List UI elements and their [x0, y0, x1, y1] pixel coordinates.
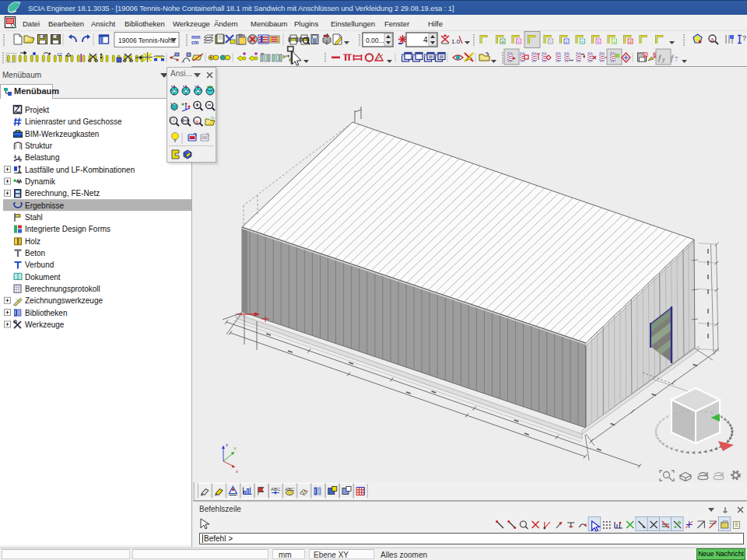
svg-text:12: 12 [57, 52, 62, 57]
svg-text:z: z [226, 443, 228, 447]
svg-text:c: c [566, 39, 568, 44]
svg-text:7: 7 [675, 56, 678, 63]
svg-text:0.00...: 0.00... [366, 37, 384, 44]
svg-text:y: y [661, 56, 665, 63]
svg-text:Stahl: Stahl [25, 213, 43, 222]
svg-text:e: e [581, 39, 584, 44]
svg-text:Zeichnungswerkzeuge: Zeichnungswerkzeuge [25, 296, 103, 305]
svg-text:Berechnung, FE-Netz: Berechnung, FE-Netz [25, 189, 100, 198]
svg-text:Belastung: Belastung [25, 153, 59, 162]
svg-text:Holz: Holz [25, 237, 40, 246]
svg-text:b: b [517, 39, 520, 44]
svg-text:d: d [630, 39, 632, 44]
svg-text:Dynamik: Dynamik [25, 177, 56, 186]
svg-text:cm: cm [191, 40, 199, 45]
svg-text:a: a [710, 36, 714, 43]
svg-text:BIM-Werkzeugkasten: BIM-Werkzeugkasten [25, 130, 99, 138]
svg-text:Berechnungsprotokoll: Berechnungsprotokoll [25, 285, 100, 293]
svg-text:x: x [236, 469, 238, 474]
svg-text:Ergebnisse: Ergebnisse [25, 201, 64, 210]
svg-text:1.0: 1.0 [451, 38, 461, 45]
svg-text:Lastfälle und LF-Kombinationen: Lastfälle und LF-Kombinationen [25, 166, 135, 174]
svg-text:Verbund: Verbund [25, 261, 54, 269]
svg-text:b: b [598, 39, 600, 44]
svg-text:Linienraster und Geschosse: Linienraster und Geschosse [25, 117, 122, 126]
svg-text:Bibliotheken: Bibliotheken [25, 309, 67, 317]
svg-text:Werkzeuge: Werkzeuge [25, 320, 65, 329]
svg-text:g: g [613, 39, 615, 44]
svg-text:?: ? [742, 34, 746, 42]
svg-text:Beton: Beton [25, 249, 45, 257]
svg-text:mm: mm [191, 34, 201, 40]
svg-text:h: h [549, 39, 552, 44]
svg-text:Integrierte Design Forms: Integrierte Design Forms [25, 225, 110, 233]
svg-text:Struktur: Struktur [25, 142, 53, 150]
svg-text:4: 4 [423, 36, 428, 44]
svg-text:Y: Y [233, 446, 237, 451]
svg-text:Projekt: Projekt [25, 106, 49, 114]
svg-text:Dokument: Dokument [25, 273, 61, 282]
svg-text:ABC: ABC [271, 487, 281, 492]
svg-text:19006 Tennis-Nohe: 19006 Tennis-Nohe [118, 37, 176, 44]
